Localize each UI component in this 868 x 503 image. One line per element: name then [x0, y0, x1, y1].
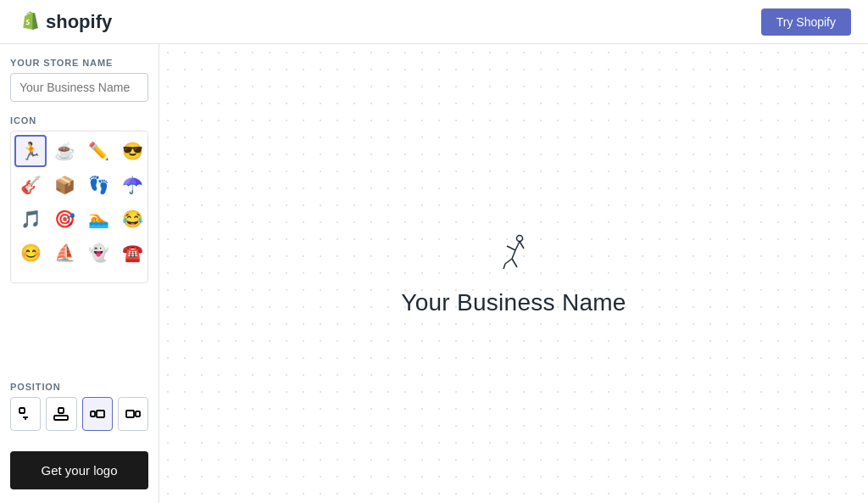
svg-rect-3	[58, 408, 64, 413]
runner-icon	[492, 232, 536, 276]
svg-line-15	[504, 264, 505, 269]
icon-cell-box[interactable]: 📦	[48, 169, 81, 201]
position-buttons	[10, 397, 148, 431]
icon-cell-smiley[interactable]: 😊	[14, 237, 47, 269]
shopify-bag-icon	[17, 10, 41, 34]
position-section: POSITION	[10, 382, 148, 431]
icon-section: ICON 🏃☕✏️😎🎸📦👣☂️🎵🎯🏊😂😊⛵👻☎️	[10, 115, 148, 368]
try-shopify-button[interactable]: Try Shopify	[761, 8, 851, 36]
icon-cell-smiley-star[interactable]: 😎	[116, 135, 148, 167]
icon-cell-swimmer[interactable]: 🏊	[82, 203, 114, 235]
svg-rect-5	[91, 411, 95, 416]
header: shopify Try Shopify	[0, 0, 868, 44]
icon-cell-umbrella[interactable]: ☂️	[116, 169, 148, 201]
position-btn-icon-top[interactable]	[10, 397, 41, 431]
icon-cell-guitar[interactable]: 🎸	[14, 169, 47, 201]
icon-cell-phone[interactable]: ☎️	[116, 237, 148, 269]
svg-line-14	[505, 259, 512, 264]
position-btn-icon-bottom[interactable]	[46, 397, 76, 431]
svg-rect-0	[19, 408, 25, 413]
icon-grid: 🏃☕✏️😎🎸📦👣☂️🎵🎯🏊😂😊⛵👻☎️	[11, 131, 147, 272]
icon-cell-music-note[interactable]: 🎵	[14, 203, 47, 235]
position-btn-icon-right[interactable]	[118, 397, 148, 431]
svg-rect-6	[97, 411, 104, 417]
main-layout: YOUR STORE NAME ICON 🏃☕✏️😎🎸📦👣☂️🎵🎯🏊😂😊⛵👻☎️…	[0, 44, 868, 503]
store-name-input[interactable]	[10, 73, 148, 102]
store-name-label: YOUR STORE NAME	[10, 58, 148, 68]
icon-cell-sailboat[interactable]: ⛵	[48, 237, 81, 269]
svg-line-13	[512, 259, 517, 267]
position-btn-icon-left[interactable]	[82, 397, 113, 431]
svg-point-9	[516, 235, 522, 241]
icon-grid-wrapper: 🏃☕✏️😎🎸📦👣☂️🎵🎯🏊😂😊⛵👻☎️	[10, 131, 148, 283]
shopify-logo: shopify	[17, 10, 112, 34]
svg-rect-8	[126, 411, 134, 417]
icon-cell-coffee[interactable]: ☕	[48, 135, 81, 167]
sidebar: YOUR STORE NAME ICON 🏃☕✏️😎🎸📦👣☂️🎵🎯🏊😂😊⛵👻☎️…	[0, 44, 159, 503]
icon-cell-ghost[interactable]: 👻	[82, 237, 114, 269]
svg-line-11	[507, 246, 515, 250]
icon-cell-pencil[interactable]: ✏️	[82, 135, 114, 167]
icon-cell-target[interactable]: 🎯	[48, 203, 81, 235]
svg-line-12	[512, 250, 515, 259]
shopify-wordmark: shopify	[46, 11, 112, 33]
get-logo-button[interactable]: Get your logo	[10, 451, 148, 489]
preview-business-name: Your Business Name	[401, 289, 626, 316]
icon-section-label: ICON	[10, 115, 148, 126]
canvas-area: Your Business Name	[159, 44, 868, 503]
icon-cell-runner[interactable]: 🏃	[14, 135, 47, 167]
icon-cell-laughing[interactable]: 😂	[116, 203, 148, 235]
position-label: POSITION	[10, 382, 148, 392]
svg-line-16	[520, 241, 524, 249]
svg-rect-7	[136, 411, 140, 416]
store-name-section: YOUR STORE NAME	[10, 58, 148, 102]
logo-preview: Your Business Name	[401, 232, 626, 316]
svg-line-10	[515, 241, 520, 250]
svg-rect-4	[54, 416, 68, 420]
icon-cell-footprints[interactable]: 👣	[82, 169, 114, 201]
preview-icon	[492, 232, 536, 282]
